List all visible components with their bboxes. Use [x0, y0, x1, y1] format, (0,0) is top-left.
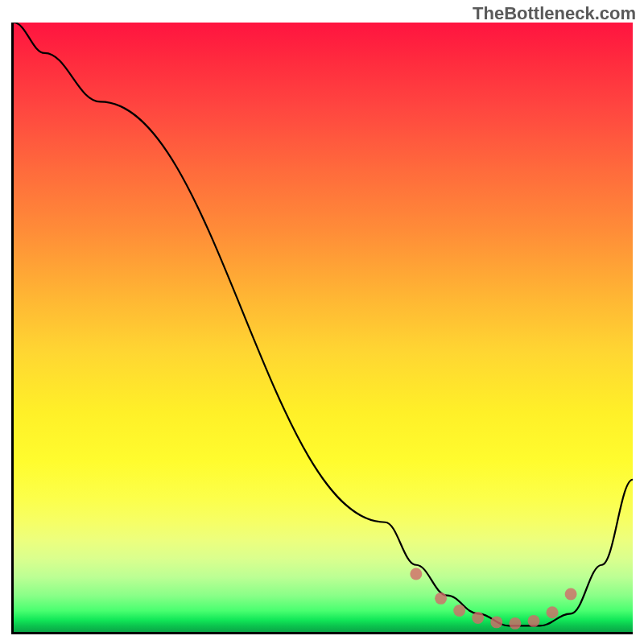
chart-container: TheBottleneck.com: [0, 0, 644, 644]
optimal-marker-dot: [472, 612, 484, 624]
optimal-marker-dot: [453, 605, 465, 617]
plot-area: [11, 23, 633, 634]
bottleneck-curve-path: [14, 23, 633, 625]
optimal-marker-dot: [527, 615, 539, 627]
optimal-marker-group: [410, 568, 576, 630]
watermark-text: TheBottleneck.com: [473, 3, 636, 24]
optimal-marker-dot: [490, 616, 502, 628]
optimal-marker-dot: [565, 588, 577, 601]
optimal-marker-dot: [547, 606, 559, 618]
optimal-marker-dot: [410, 568, 422, 580]
chart-svg: [14, 23, 633, 632]
optimal-marker-dot: [509, 617, 521, 630]
optimal-marker-dot: [435, 592, 447, 605]
